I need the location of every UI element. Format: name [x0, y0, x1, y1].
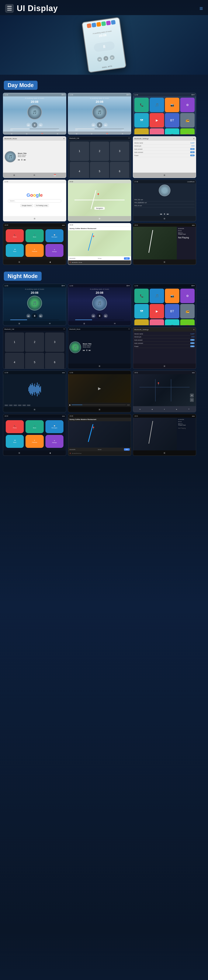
prev-track-button[interactable]: ⏮ — [26, 123, 31, 127]
google-search-button[interactable]: Google Search — [20, 204, 33, 207]
auto-answer-toggle[interactable]: ON — [190, 148, 195, 150]
email-icon[interactable]: ✉ — [49, 323, 51, 325]
apts-icon[interactable]: 📅 — [106, 133, 108, 135]
app-calendar[interactable]: 📅 — [180, 319, 195, 325]
next-track-button[interactable]: ⏭ — [104, 314, 108, 318]
app-phone[interactable]: 📞 — [134, 289, 149, 303]
carplay-music-app[interactable]: 🎵 Music — [25, 420, 44, 433]
nav-icon[interactable]: ⊞ — [99, 218, 100, 220]
waveform-btn-2[interactable]: EQ2 — [9, 404, 13, 406]
bt-prev-button[interactable]: ⏮ — [83, 349, 85, 352]
music-file-3[interactable]: 华东_00.mp3 — [134, 204, 195, 207]
key-5[interactable]: 5 — [90, 162, 109, 178]
bt-play-button[interactable]: ⏸ — [86, 349, 88, 352]
close-icon[interactable]: ✕ — [128, 137, 130, 139]
progress-bar[interactable] — [75, 129, 124, 129]
carplay-music-app[interactable]: 🎵 Music — [25, 229, 44, 242]
app-maps[interactable]: 🗺 — [134, 113, 149, 127]
close-icon[interactable]: ✕ — [128, 328, 130, 330]
zoom-in-button[interactable]: + — [190, 394, 194, 398]
settings-icon[interactable]: ⚙ — [121, 133, 123, 135]
app-phone[interactable]: 📞 — [134, 98, 149, 112]
prev-track-button[interactable]: ⏮ — [91, 123, 96, 127]
key-2[interactable]: 2 — [25, 332, 44, 352]
app-chat[interactable]: 💬 — [165, 128, 180, 135]
play-pause-button[interactable]: ⏸ — [32, 122, 37, 128]
bt-play-button[interactable]: ⏸ — [21, 159, 23, 161]
local-next-button[interactable]: ⏭ — [167, 213, 169, 215]
nav-icon[interactable]: ⊞ — [99, 409, 100, 410]
prev-button[interactable]: ⏮ — [97, 57, 102, 62]
app-chat[interactable]: 💬 — [165, 319, 180, 325]
nav-icon[interactable]: ⊞ — [13, 174, 15, 176]
key-1[interactable]: 1 — [70, 142, 89, 161]
key-2[interactable]: 2 — [90, 142, 109, 161]
carplay-phone-app[interactable]: 📞 Phone — [6, 420, 24, 433]
key-6[interactable]: 6 — [45, 353, 64, 369]
nav-icon[interactable]: ⊞ — [34, 409, 35, 410]
nav-icon[interactable]: ⊞ — [84, 323, 85, 325]
go-button[interactable]: GO — [124, 448, 130, 450]
app-photos[interactable]: 📷 — [165, 289, 180, 303]
lucky-button[interactable]: I'm Feeling Lucky — [35, 204, 49, 207]
app-radio[interactable]: 📻 — [180, 113, 195, 127]
more-icon[interactable]: ≡ — [200, 5, 203, 12]
app-calendar[interactable]: 📅 — [180, 128, 195, 135]
video-progress-bar[interactable] — [71, 405, 126, 405]
home-icon[interactable]: ⊞ — [19, 261, 20, 263]
app-video[interactable]: ▶ — [150, 304, 164, 318]
nav-icon[interactable]: ⊞ — [164, 261, 165, 263]
email-icon[interactable]: ✉ — [33, 174, 35, 176]
email-icon[interactable]: ✉ — [91, 133, 93, 135]
bt-prev-button[interactable]: ⏮ — [18, 159, 20, 161]
key-3[interactable]: 3 — [110, 142, 129, 161]
video-play-button[interactable]: ▶ — [69, 404, 71, 406]
close-icon[interactable]: ✕ — [193, 138, 195, 140]
carplay-maps-app[interactable]: 🗺 Maps — [6, 435, 24, 448]
music-file-2[interactable]: 华东_还是那首歌.mp3 — [134, 201, 195, 204]
bt-close-icon[interactable]: ✕ — [63, 138, 65, 140]
key-6[interactable]: 6 — [110, 162, 129, 178]
app-maps[interactable]: 🗺 — [134, 304, 149, 318]
carplay-podcast-app[interactable]: 🎙 Podcasts — [25, 244, 44, 257]
auto-connect-toggle[interactable]: ON — [190, 151, 195, 153]
app-music[interactable]: 🎵 — [150, 289, 164, 303]
google-search-bar[interactable]: Search... — [8, 199, 61, 203]
waveform-btn-5[interactable]: EQ5 — [22, 404, 26, 406]
play-pause-button[interactable]: ⏸ — [97, 122, 102, 128]
map-control-1[interactable]: ⊞ — [139, 409, 140, 410]
local-play-button[interactable]: ⏸ — [164, 213, 165, 215]
waveform-btn-3[interactable]: EQ3 — [13, 404, 17, 406]
home-icon[interactable]: ⊞ — [19, 452, 20, 454]
carplay-settings-app[interactable]: ⚙ Settings — [46, 435, 63, 448]
key-5[interactable]: 5 — [25, 353, 44, 369]
app-news[interactable]: 📰 — [134, 319, 149, 325]
key-4[interactable]: 4 — [70, 162, 89, 178]
app-settings[interactable]: ⚙ — [180, 98, 195, 112]
progress-bar[interactable] — [10, 129, 59, 129]
nav-icon[interactable]: ⊞ — [11, 133, 13, 135]
progress-bar[interactable] — [10, 320, 59, 320]
carplay-messages-app[interactable]: 💬 Messages — [46, 229, 63, 242]
app-music[interactable]: 🎵 — [150, 98, 164, 112]
key-4[interactable]: 4 — [5, 353, 24, 369]
nav-icon[interactable]: ⊞ — [19, 323, 20, 325]
app-weather[interactable]: ☁ — [150, 128, 164, 135]
music-file-1[interactable]: 华东_无名.mp3 — [134, 198, 195, 201]
key-3[interactable]: 3 — [45, 332, 64, 352]
close-icon[interactable]: ✕ — [63, 328, 65, 330]
email-icon[interactable]: ✉ — [26, 133, 28, 135]
app-news[interactable]: 📰 — [134, 128, 149, 135]
map-control-3[interactable]: ▲ — [164, 409, 165, 410]
play-button[interactable]: ⏸ — [103, 56, 109, 61]
go-button[interactable]: GO — [124, 257, 130, 260]
apts-icon[interactable]: 📅 — [41, 133, 43, 135]
map-control-4[interactable]: ▶ — [176, 409, 177, 410]
power-toggle[interactable]: ON — [190, 154, 195, 156]
progress-bar[interactable] — [75, 320, 124, 320]
app-photos[interactable]: 📷 — [165, 98, 180, 112]
waveform-btn-4[interactable]: EQ4 — [18, 404, 22, 406]
apts-icon[interactable]: 📅 — [54, 174, 56, 176]
local-prev-button[interactable]: ⏮ — [160, 213, 162, 215]
next-track-button[interactable]: ⏭ — [39, 314, 43, 318]
